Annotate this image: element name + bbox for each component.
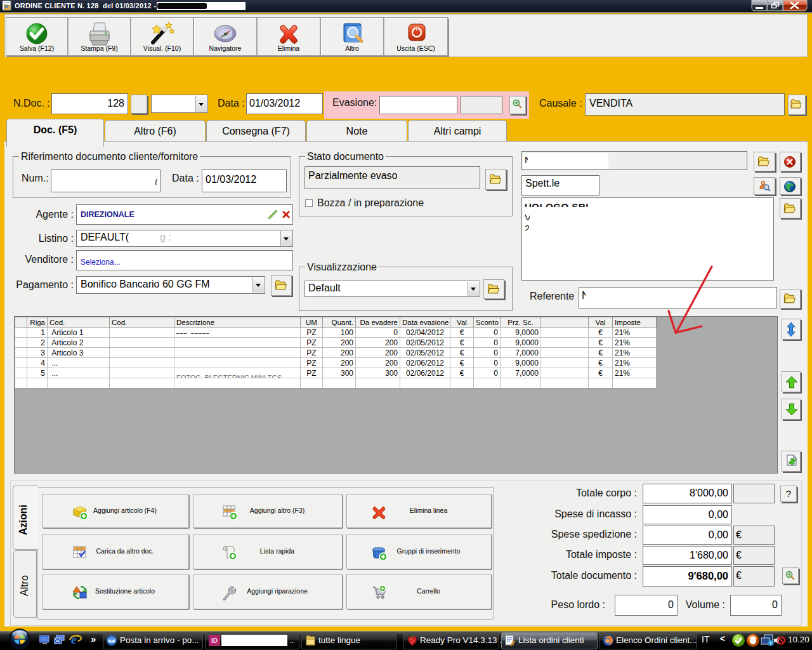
svg-text:e: e — [71, 633, 77, 646]
svg-text:ID: ID — [211, 637, 218, 644]
